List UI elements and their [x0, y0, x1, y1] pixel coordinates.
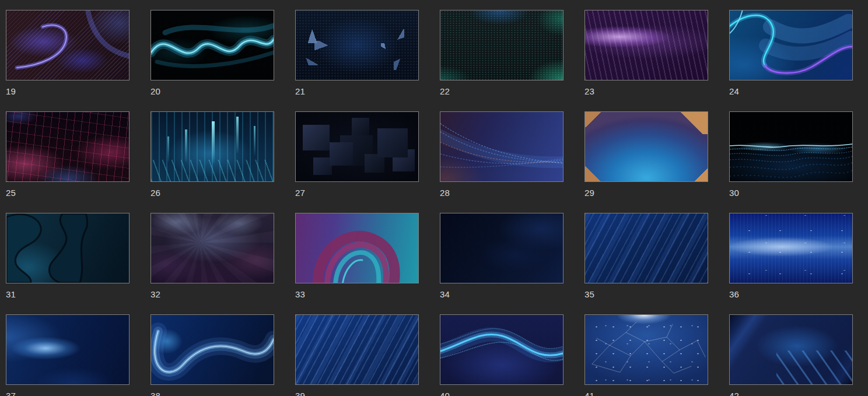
thumbnail-42[interactable]: [729, 314, 853, 385]
gallery-item: 33: [295, 213, 419, 300]
gallery-item: 24: [729, 10, 853, 97]
thumbnail-label: 22: [440, 86, 564, 97]
thumbnail-20[interactable]: [150, 10, 274, 80]
thumbnail-30[interactable]: [729, 111, 853, 182]
thumbnail-grid: 1920212223242526272829303132333435363738…: [0, 0, 868, 396]
gallery-item: 35: [584, 213, 708, 300]
thumbnail-19[interactable]: [6, 10, 130, 80]
particle-terrain-horizon-art: [730, 112, 852, 181]
gallery-item: 27: [295, 111, 419, 199]
thumbnail-21[interactable]: [295, 10, 419, 80]
gallery-item: 37: [6, 314, 130, 396]
thumbnail-26[interactable]: [150, 111, 274, 182]
purple-teal-arch-art: [296, 213, 418, 283]
thumbnail-label: 25: [6, 187, 130, 199]
thumbnail-label: 20: [150, 86, 274, 97]
wave-lines-purple-maroon-art: [6, 10, 129, 80]
thumbnail-label: 23: [584, 86, 708, 97]
plexus-network-glow-art: [585, 315, 708, 384]
thumbnail-label: 35: [584, 289, 708, 300]
thumbnail-27[interactable]: [295, 111, 419, 182]
gallery-item: 31: [6, 213, 130, 300]
gallery-item: 20: [150, 10, 274, 97]
thumbnail-40[interactable]: [440, 314, 564, 385]
gallery-item: 28: [440, 111, 564, 199]
neon-ribbon-blue-purple-art: [730, 10, 852, 80]
thumbnail-label: 38: [150, 390, 274, 396]
thumbnail-36[interactable]: [729, 213, 853, 283]
thumbnail-24[interactable]: [729, 10, 853, 80]
gallery-item: 23: [584, 10, 708, 97]
gallery-item: 32: [150, 213, 274, 300]
gallery-item: 42: [729, 314, 853, 396]
thumbnail-label: 27: [295, 187, 419, 199]
gallery-item: 29: [584, 111, 708, 199]
gallery-item: 39: [295, 314, 419, 396]
thumbnail-label: 19: [6, 86, 130, 97]
gallery-item: 25: [6, 111, 130, 199]
thumbnail-33[interactable]: [295, 213, 419, 283]
thumbnail-label: 28: [440, 187, 564, 199]
thumbnail-label: 34: [440, 289, 564, 300]
thumbnail-label: 30: [729, 187, 853, 199]
thumbnail-29[interactable]: [584, 111, 708, 182]
thumbnail-label: 39: [295, 390, 419, 396]
thumbnail-34[interactable]: [440, 213, 564, 283]
indigo-dotted-fan-wave-art: [440, 112, 563, 181]
thumbnail-label: 31: [6, 289, 130, 300]
thumbnail-41[interactable]: [584, 314, 708, 385]
thumbnail-label: 33: [295, 289, 419, 300]
thumbnail-23[interactable]: [584, 10, 708, 80]
thumbnail-37[interactable]: [6, 314, 130, 385]
thumbnail-label: 40: [440, 390, 564, 396]
gallery-item: 22: [440, 10, 564, 97]
thumbnail-28[interactable]: [440, 111, 564, 182]
thumbnail-label: 29: [584, 187, 708, 199]
thumbnail-label: 42: [729, 390, 853, 396]
gallery-item: 40: [440, 314, 564, 396]
thumbnail-31[interactable]: [6, 213, 130, 283]
thumbnail-39[interactable]: [295, 314, 419, 385]
gallery-item: 21: [295, 10, 419, 97]
thumbnail-label: 21: [295, 86, 419, 97]
thumbnail-22[interactable]: [440, 10, 564, 80]
page: { "page": { "background": "#282828", "th…: [0, 0, 868, 396]
thumbnail-label: 37: [6, 390, 130, 396]
thumbnail-35[interactable]: [584, 213, 708, 283]
cyan-particle-wave-black-art: [151, 10, 274, 80]
gallery-item: 26: [150, 111, 274, 199]
thumbnail-32[interactable]: [150, 213, 274, 283]
blue-wireframe-wave-art: [151, 315, 274, 384]
gallery-item: 38: [150, 314, 274, 396]
teal-papercut-waves-art: [6, 213, 129, 283]
cyan-particle-wave-indigo-art: [440, 315, 563, 384]
gallery-item: 30: [729, 111, 853, 199]
gallery-item: 41: [584, 314, 708, 396]
thumbnail-25[interactable]: [6, 111, 130, 182]
thumbnail-label: 26: [150, 187, 274, 199]
gallery-item: 36: [729, 213, 853, 300]
thumbnail-38[interactable]: [150, 314, 274, 385]
thumbnail-label: 32: [150, 289, 274, 300]
gallery-item: 34: [440, 213, 564, 300]
gallery-item: 19: [6, 10, 130, 97]
thumbnail-label: 36: [729, 289, 853, 300]
thumbnail-label: 24: [729, 86, 853, 97]
thumbnail-label: 41: [584, 390, 708, 396]
